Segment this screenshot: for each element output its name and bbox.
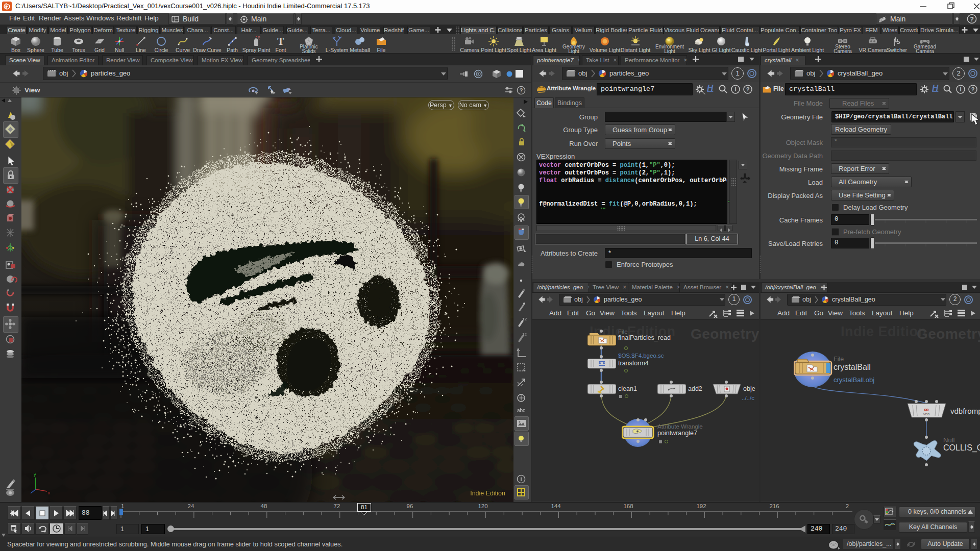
svg-text:48: 48 [261,503,267,509]
svg-text:?: ? [970,16,974,23]
svg-text:12: 12 [522,332,527,337]
svg-text:i: i [734,86,736,92]
svg-text:192: 192 [696,503,706,509]
svg-text:abc: abc [517,408,525,413]
svg-text:∞: ∞ [924,406,928,413]
svg-text:1: 1 [121,503,124,509]
svg-text:168: 168 [623,503,633,509]
svg-text:y: y [34,472,36,477]
svg-text:72: 72 [334,503,340,509]
svg-text:i: i [960,86,961,92]
svg-text:12: 12 [522,317,527,321]
svg-text:216: 216 [769,503,779,509]
svg-text:96: 96 [407,503,413,509]
svg-text:144: 144 [551,503,561,509]
svg-text:120: 120 [478,503,487,509]
svg-text:?: ? [971,86,975,92]
svg-text:2: 2 [846,503,849,509]
svg-text:?: ? [520,87,523,93]
svg-text:T: T [277,36,284,47]
svg-text:i: i [520,476,522,482]
svg-text:VDB: VDB [923,413,929,416]
svg-text:Indie Edition: Indie Edition [470,490,505,497]
svg-text:?: ? [746,86,750,92]
svg-text:24: 24 [188,503,194,509]
svg-text:x: x [48,490,51,495]
